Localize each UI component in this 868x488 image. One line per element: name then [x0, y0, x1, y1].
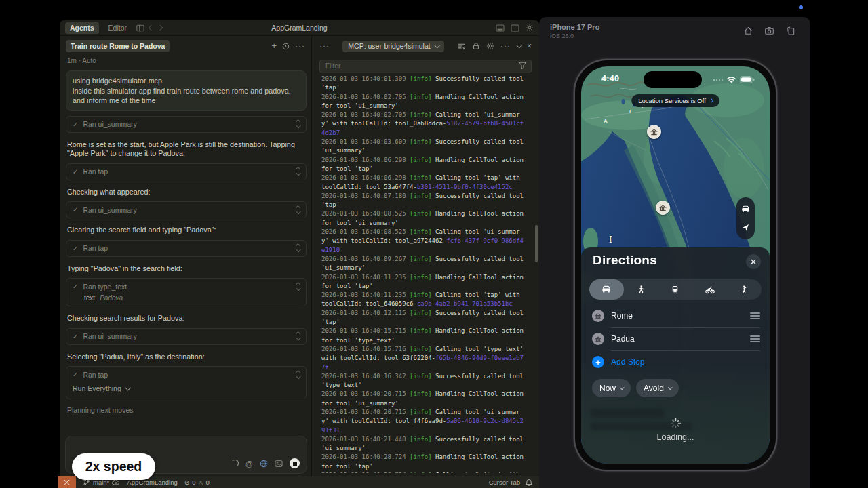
forward-icon[interactable]: [158, 26, 162, 30]
step-text: Typing "Padova" in the search field:: [67, 264, 305, 274]
log-source-dropdown[interactable]: MCP: user-bridge4simulat: [342, 41, 443, 52]
recording-dot: [799, 5, 803, 9]
tool-call-card[interactable]: ✓Ran ui_summary: [66, 116, 307, 133]
tool-call-card[interactable]: ✓Ran ui_summary: [66, 201, 307, 218]
destination-value: Padua: [611, 334, 635, 344]
stop-row-destination[interactable]: Padua: [592, 327, 760, 350]
panel-right-icon[interactable]: [511, 24, 519, 32]
stop-button[interactable]: [290, 458, 300, 468]
origin-value: Rome: [611, 311, 633, 321]
log-line: 2026-01-03 16:40:06.298 [info] Handling …: [321, 156, 526, 174]
drive-mode-icon[interactable]: [741, 205, 751, 214]
tool-call-card[interactable]: ✓Ran tap: [66, 163, 307, 180]
step-text: Checking what appeared:: [67, 188, 305, 197]
map-marker-rome[interactable]: [656, 201, 670, 215]
log-line: 2026-01-03 16:40:02.705 [info] Calling t…: [321, 110, 526, 138]
tool-call-card[interactable]: ✓Ran type_texttextPadova: [66, 278, 307, 306]
log-line: 2026-01-03 16:40:08.525 [info] Calling t…: [321, 228, 526, 255]
expander-icon[interactable]: [296, 371, 300, 379]
depart-time-pill[interactable]: Now: [592, 379, 631, 397]
remote-window-button[interactable]: ⤫: [58, 476, 76, 488]
battery-icon: [740, 76, 755, 83]
log-scrollbar[interactable]: [535, 225, 538, 262]
agent-panel: Train route Rome to Padova + ··· 1m · Au…: [60, 35, 312, 476]
new-chat-button[interactable]: +: [271, 43, 277, 49]
log-more-icon[interactable]: ···: [500, 41, 511, 51]
drag-handle-icon[interactable]: [750, 312, 760, 319]
settings-gear-icon[interactable]: [526, 24, 534, 32]
mode-cycle[interactable]: [692, 279, 727, 300]
rotate-device-icon[interactable]: [785, 26, 795, 36]
tab-editor[interactable]: Editor: [104, 22, 132, 34]
log-line: 2026-01-03 16:40:28.724 [info] Handling …: [321, 453, 526, 471]
log-line: 2026-01-03 16:40:15.716 [info] Calling t…: [321, 345, 526, 372]
screenshot-camera-icon[interactable]: [764, 26, 774, 36]
log-line: 2026-01-03 16:40:20.715 [info] Handling …: [321, 390, 526, 408]
log-line: 2026-01-03 16:40:15.715 [info] Handling …: [321, 327, 526, 345]
log-line: 2026-01-03 16:40:06.298 [info] Calling t…: [321, 174, 526, 192]
layout-icon[interactable]: [136, 24, 144, 32]
avoid-pill[interactable]: Avoid: [636, 379, 679, 397]
log-line: 2026-01-03 16:40:11.235 [info] Handling …: [321, 273, 526, 291]
close-icon[interactable]: ✕: [746, 254, 761, 269]
map-controls[interactable]: [736, 197, 755, 239]
add-stop-label: Add Stop: [611, 357, 644, 367]
chat-more-icon[interactable]: ···: [295, 43, 305, 49]
tool-call-card[interactable]: ✓Ran tapRun Everything: [66, 366, 307, 399]
expander-icon[interactable]: [296, 332, 300, 340]
log-panel: ··· MCP: user-bridge4simulat ···: [312, 35, 539, 476]
city-icon: [592, 310, 604, 322]
expander-icon[interactable]: [296, 167, 300, 176]
run-everything-button[interactable]: Run Everything: [66, 382, 306, 399]
tab-agents[interactable]: Agents: [65, 22, 99, 34]
log-line: 2026-01-03 16:40:02.705 [info] Handling …: [321, 93, 526, 111]
tool-call-label: Ran tap: [83, 244, 108, 252]
device-name: iPhone 17 Pro: [550, 23, 599, 31]
drag-handle-icon[interactable]: [750, 336, 760, 342]
iphone-frame: 4:40 Location Services is Off A L P: [575, 60, 776, 470]
expander-icon[interactable]: [296, 283, 300, 291]
tool-call-card[interactable]: ✓Ran ui_summary: [66, 328, 307, 345]
notifications-bell-icon[interactable]: [525, 479, 533, 487]
tool-param: textPadova: [66, 294, 306, 306]
panel-bottom-icon[interactable]: [496, 24, 505, 32]
text-cursor: I: [609, 235, 612, 245]
mode-drive[interactable]: [589, 279, 624, 300]
stop-row-origin[interactable]: Rome: [592, 304, 760, 327]
log-more-left-icon[interactable]: ···: [319, 41, 330, 51]
expander-icon[interactable]: [296, 244, 300, 252]
mode-walk[interactable]: [624, 279, 658, 300]
iphone-screen[interactable]: 4:40 Location Services is Off A L P: [581, 66, 770, 464]
ide-window: Agents Editor AppGramLanding Train route…: [60, 20, 539, 476]
expander-icon[interactable]: [296, 206, 300, 214]
close-panel-icon[interactable]: ×: [527, 43, 532, 49]
location-services-banner[interactable]: Location Services is Off: [631, 94, 719, 107]
back-icon[interactable]: [149, 26, 153, 30]
city-icon: [592, 333, 604, 345]
locate-arrow-icon[interactable]: [741, 223, 750, 232]
collapse-panel-icon[interactable]: [516, 43, 521, 48]
problems-indicator[interactable]: ⊘ 0 △ 0: [184, 479, 210, 486]
step-text: Rome is set as the start, but Apple Park…: [67, 140, 305, 159]
agent-thread: using bridge4simulator mcp inside this s…: [66, 70, 307, 433]
mode-ride[interactable]: [727, 279, 762, 300]
home-icon[interactable]: [743, 26, 753, 36]
cursor-tab-toggle[interactable]: Cursor Tab: [489, 479, 520, 486]
log-settings-icon[interactable]: [486, 42, 494, 50]
mode-transit[interactable]: [658, 279, 693, 300]
log-output[interactable]: 2026-01-03 16:40:01.309 [info] Successfu…: [321, 75, 526, 473]
history-icon[interactable]: [282, 43, 290, 50]
map-marker-padua[interactable]: [647, 125, 661, 139]
check-icon: ✓: [73, 283, 78, 290]
clear-log-icon[interactable]: [457, 42, 466, 51]
task-chip[interactable]: Train route Rome to Padova: [66, 40, 170, 52]
log-line: 2026-01-03 16:40:21.440 [info] Successfu…: [321, 435, 526, 453]
lock-scroll-icon[interactable]: [472, 42, 480, 50]
expander-icon[interactable]: [296, 120, 300, 128]
mention-icon[interactable]: @: [245, 460, 253, 468]
image-attach-icon[interactable]: [275, 460, 283, 468]
add-stop-row[interactable]: + Add Stop: [592, 350, 760, 373]
web-globe-icon[interactable]: [260, 460, 268, 468]
tool-call-card[interactable]: ✓Ran tap: [66, 240, 307, 257]
filter-input[interactable]: [319, 60, 532, 73]
